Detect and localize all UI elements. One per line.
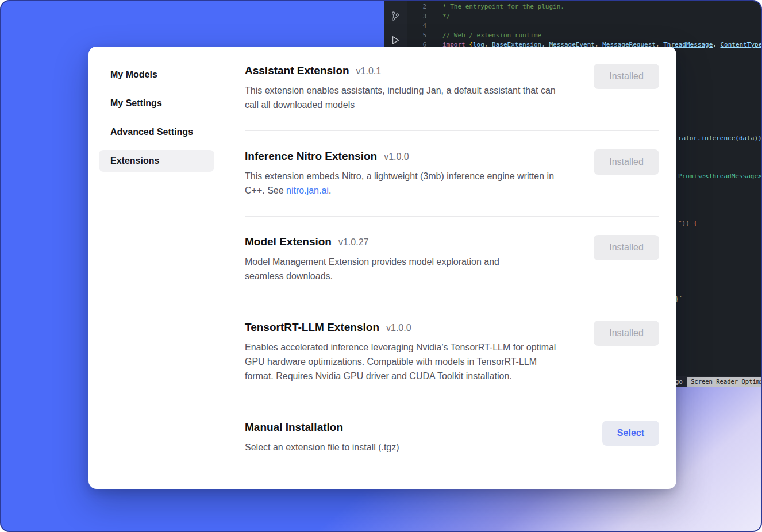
- code-fragment: rator.inference(data));: [678, 134, 762, 144]
- code-line: 4: [407, 21, 762, 31]
- code-text: * The entrypoint for the plugin.: [442, 2, 564, 12]
- manual-installation-title: Manual Installation: [245, 421, 343, 434]
- extensions-panel: Assistant Extension v1.0.1 This extensio…: [225, 47, 676, 489]
- extension-row-tensorrt-llm: TensortRT-LLM Extension v1.0.0 Enables a…: [245, 302, 659, 402]
- screen: 2 * The entrypoint for the plugin. 3 */ …: [0, 0, 762, 532]
- run-debug-icon[interactable]: [390, 34, 401, 46]
- extension-description: This extension embeds Nitro, a lightweig…: [245, 169, 558, 198]
- extension-description: Model Management Extension provides mode…: [245, 255, 532, 283]
- screen-reader-badge[interactable]: Screen Reader Optimize: [687, 377, 762, 387]
- sidebar-item-extensions[interactable]: Extensions: [99, 150, 214, 172]
- code-fragment: Promise<ThreadMessage>: [678, 172, 762, 182]
- extension-title: Assistant Extension: [245, 64, 349, 78]
- code-fragment: ")) {: [678, 219, 697, 229]
- extension-row-model: Model Extension v1.0.27 Model Management…: [245, 217, 659, 302]
- settings-sidebar: My Models My Settings Advanced Settings …: [88, 47, 225, 489]
- installed-button[interactable]: Installed: [594, 235, 659, 260]
- extension-title: TensortRT-LLM Extension: [245, 321, 379, 334]
- code-text: // Web / extension runtime: [442, 31, 541, 41]
- installed-button[interactable]: Installed: [594, 64, 659, 89]
- extension-version: v1.0.0: [386, 323, 411, 333]
- code-line: 2 * The entrypoint for the plugin.: [407, 2, 762, 12]
- code-text: */: [442, 12, 450, 22]
- nitro-jan-ai-link[interactable]: nitro.jan.ai: [286, 186, 329, 195]
- extension-version: v1.0.27: [338, 237, 368, 248]
- code-line: 5 // Web / extension runtime: [407, 31, 762, 41]
- line-number: 5: [407, 31, 426, 41]
- sidebar-item-my-settings[interactable]: My Settings: [99, 92, 214, 114]
- code-line: 3 */: [407, 12, 762, 22]
- installed-button[interactable]: Installed: [594, 321, 659, 346]
- select-file-button[interactable]: Select: [602, 421, 659, 446]
- extension-version: v1.0.0: [384, 152, 409, 162]
- description-text: .: [329, 186, 331, 195]
- extension-row-inference-nitro: Inference Nitro Extension v1.0.0 This ex…: [245, 131, 659, 217]
- extension-title: Model Extension: [245, 235, 332, 249]
- code-area: 2 * The entrypoint for the plugin. 3 */ …: [407, 2, 762, 50]
- extension-row-assistant: Assistant Extension v1.0.1 This extensio…: [245, 48, 659, 131]
- settings-modal: My Models My Settings Advanced Settings …: [88, 47, 676, 489]
- line-number: 2: [407, 2, 426, 12]
- manual-installation-row: Manual Installation Select an extension …: [245, 402, 659, 473]
- extension-description: Enables accelerated inference leveraging…: [245, 340, 567, 383]
- line-number: 4: [407, 21, 426, 31]
- manual-installation-description: Select an extension file to install (.tg…: [245, 440, 399, 454]
- installed-button[interactable]: Installed: [594, 149, 659, 175]
- extension-title: Inference Nitro Extension: [245, 149, 377, 163]
- extension-description: This extension enables assistants, inclu…: [245, 83, 567, 112]
- line-number: 3: [407, 12, 426, 22]
- extension-version: v1.0.1: [356, 66, 382, 76]
- source-control-icon[interactable]: [390, 10, 401, 22]
- sidebar-item-advanced-settings[interactable]: Advanced Settings: [99, 121, 214, 143]
- sidebar-item-my-models[interactable]: My Models: [99, 64, 214, 86]
